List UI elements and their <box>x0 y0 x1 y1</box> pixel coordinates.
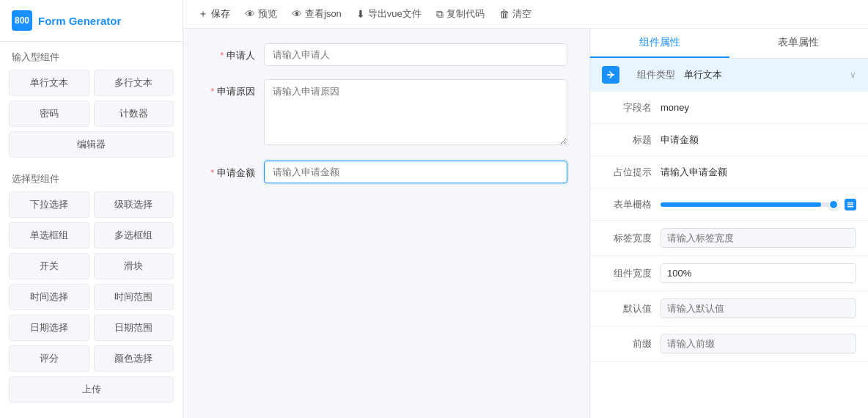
svg-rect-3 <box>847 206 853 208</box>
prefix-row: 前缀 <box>590 326 868 362</box>
reason-control <box>264 79 567 147</box>
sidebar-item-upload[interactable]: 上传 <box>9 376 174 403</box>
component-width-row: 组件宽度 <box>590 256 868 291</box>
grid-label: 表单栅格 <box>602 198 661 211</box>
slider-fill <box>661 202 821 207</box>
sidebar-item-date-picker[interactable]: 日期选择 <box>9 315 89 341</box>
tab-form-props[interactable]: 表单属性 <box>729 29 869 58</box>
download-icon: ⬇ <box>356 8 365 20</box>
form-item-amount: 申请金额 <box>205 161 567 183</box>
title-value: 申请金额 <box>661 133 856 147</box>
eye-icon2: 👁 <box>292 8 302 20</box>
main-area: ＋ 保存 👁 预览 👁 查看json ⬇ 导出vue文件 ⧉ 复制代码 🗑 清 <box>183 0 868 418</box>
title-label: 标题 <box>602 133 661 147</box>
sidebar-item-time-picker[interactable]: 时间选择 <box>9 284 89 310</box>
title-row: 标题 申请金额 <box>590 124 868 156</box>
default-value-label: 默认值 <box>602 302 661 315</box>
field-name-value: money <box>661 102 856 113</box>
svg-rect-1 <box>847 202 853 204</box>
save-button[interactable]: ＋ 保存 <box>198 7 230 21</box>
sidebar-item-editor[interactable]: 编辑器 <box>9 131 174 158</box>
label-width-label: 标签宽度 <box>602 232 661 245</box>
default-value-input[interactable] <box>661 298 856 318</box>
link-icon <box>602 66 619 84</box>
input-section-title: 输入型组件 <box>0 42 183 70</box>
export-vue-button[interactable]: ⬇ 导出vue文件 <box>356 7 422 21</box>
sidebar-item-time-range[interactable]: 时间范围 <box>94 284 174 310</box>
content-area: 申请人 申请原因 申请金额 <box>183 29 868 418</box>
slider-thumb[interactable] <box>828 199 839 210</box>
reason-label: 申请原因 <box>205 79 264 98</box>
sidebar-logo: 800 <box>12 10 32 31</box>
preview-button[interactable]: 👁 预览 <box>245 7 277 21</box>
sidebar-item-checkbox-group[interactable]: 单选框组 <box>9 222 89 249</box>
svg-rect-2 <box>847 204 853 205</box>
sidebar-item-single-text[interactable]: 单行文本 <box>9 70 89 96</box>
component-width-label: 组件宽度 <box>602 267 661 280</box>
slider-container <box>661 199 856 210</box>
prefix-label: 前缀 <box>602 337 661 351</box>
sidebar-item-color-picker[interactable]: 颜色选择 <box>94 345 174 372</box>
component-type-value: 单行文本 <box>684 68 850 81</box>
view-json-button[interactable]: 👁 查看json <box>292 7 342 21</box>
placeholder-row: 占位提示 请输入申请金额 <box>590 156 868 188</box>
field-name-label: 字段名 <box>602 101 661 114</box>
right-panel-tabs: 组件属性 表单属性 <box>590 29 868 59</box>
label-width-input[interactable] <box>661 228 856 248</box>
sidebar-title: Form Generator <box>38 15 121 27</box>
sidebar-item-multi-checkbox[interactable]: 多选框组 <box>94 222 174 249</box>
svg-rect-0 <box>607 74 614 76</box>
applicant-label: 申请人 <box>205 43 264 62</box>
input-components-grid: 单行文本 多行文本 密码 计数器 编辑器 <box>0 70 183 164</box>
sidebar-item-slider[interactable]: 滑块 <box>94 253 174 279</box>
slider-end-icon <box>845 199 856 210</box>
copy-icon: ⧉ <box>436 8 444 21</box>
placeholder-value: 请输入申请金额 <box>661 166 856 179</box>
select-section-title: 选择型组件 <box>0 164 183 191</box>
right-panel: 组件属性 表单属性 组件类型 单行文本 <box>589 29 868 418</box>
trash-icon: 🗑 <box>499 8 510 20</box>
form-item-reason: 申请原因 <box>205 79 567 147</box>
slider-track[interactable] <box>661 202 839 207</box>
sidebar-item-switch[interactable]: 开关 <box>9 253 89 279</box>
sidebar-header: 800 Form Generator <box>0 0 183 42</box>
component-type-row: 组件类型 单行文本 ∨ <box>590 59 868 92</box>
component-type-select[interactable]: 单行文本 ∨ <box>684 68 856 81</box>
toolbar: ＋ 保存 👁 预览 👁 查看json ⬇ 导出vue文件 ⧉ 复制代码 🗑 清 <box>183 0 868 29</box>
component-type-label: 组件类型 <box>625 68 684 81</box>
plus-icon: ＋ <box>198 7 208 21</box>
clear-button[interactable]: 🗑 清空 <box>499 7 532 21</box>
sidebar: 800 Form Generator 输入型组件 单行文本 多行文本 密码 计数… <box>0 0 183 418</box>
sidebar-item-date-range[interactable]: 日期范围 <box>94 315 174 341</box>
chevron-down-icon: ∨ <box>850 70 856 80</box>
form-preview: 申请人 申请原因 申请金额 <box>183 29 589 418</box>
applicant-input[interactable] <box>264 43 567 66</box>
label-width-row: 标签宽度 <box>590 221 868 256</box>
eye-icon: 👁 <box>245 8 255 20</box>
prefix-input[interactable] <box>661 334 856 353</box>
field-name-row: 字段名 money <box>590 92 868 124</box>
placeholder-label: 占位提示 <box>602 166 661 179</box>
amount-label: 申请金额 <box>205 161 264 180</box>
component-width-input[interactable] <box>661 263 856 283</box>
amount-input[interactable] <box>264 161 567 183</box>
amount-control <box>264 161 567 183</box>
reason-textarea[interactable] <box>264 79 567 145</box>
tab-component-props[interactable]: 组件属性 <box>590 29 729 58</box>
sidebar-item-dropdown[interactable]: 下拉选择 <box>9 191 89 218</box>
sidebar-item-password[interactable]: 密码 <box>9 100 89 127</box>
sidebar-item-multi-text[interactable]: 多行文本 <box>94 70 174 96</box>
sidebar-item-counter[interactable]: 计数器 <box>94 100 174 127</box>
sidebar-item-cascade[interactable]: 级联选择 <box>94 191 174 218</box>
applicant-control <box>264 43 567 66</box>
panel-form: 组件类型 单行文本 ∨ 字段名 money 标题 申请金额 <box>590 59 868 362</box>
copy-code-button[interactable]: ⧉ 复制代码 <box>436 7 485 21</box>
grid-row: 表单栅格 <box>590 188 868 221</box>
form-item-applicant: 申请人 <box>205 43 567 66</box>
sidebar-item-rating[interactable]: 评分 <box>9 345 89 372</box>
select-components-grid: 下拉选择 级联选择 单选框组 多选框组 开关 滑块 时间选择 时间范围 日期选择… <box>0 191 183 408</box>
default-value-row: 默认值 <box>590 291 868 326</box>
